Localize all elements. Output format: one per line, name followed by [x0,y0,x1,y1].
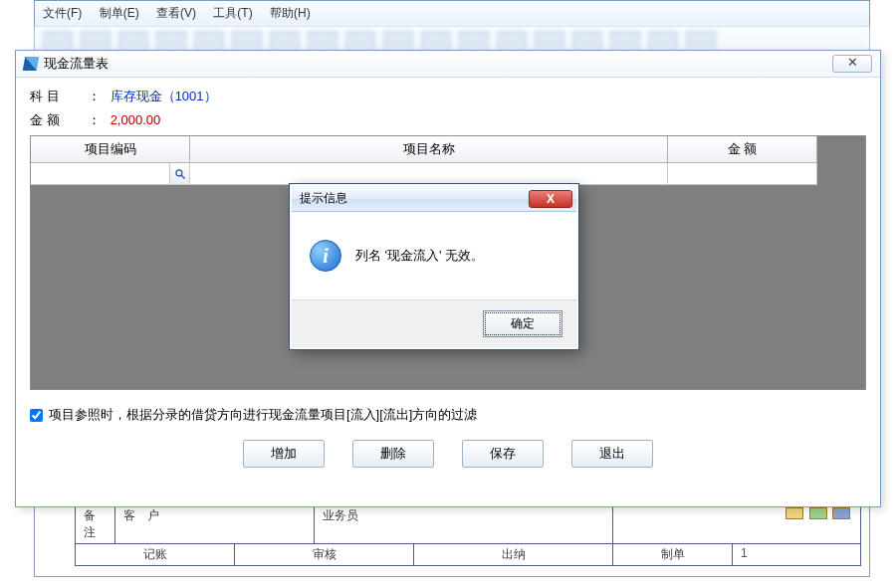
maker-value: 1 [733,544,860,565]
svg-line-1 [181,175,184,178]
amount-label: 金额 [30,111,82,129]
grid-header-row: 项目编码 项目名称 金 额 [31,136,817,163]
app-icon [23,57,39,71]
footer-icons [613,505,860,543]
menu-help[interactable]: 帮助(H) [270,6,311,20]
label-audit: 审核 [235,544,414,565]
filter-checkbox[interactable] [30,409,43,422]
dialog-close-button[interactable]: X [529,190,572,208]
cell-code[interactable] [31,163,190,185]
info-dialog: 提示信息 X i 列名 '现金流入' 无效。 确定 [289,183,579,350]
dialog-title: 提示信息 [300,190,529,207]
label-customer: 客 户 [115,505,315,543]
filter-checkbox-row: 项目参照时，根据分录的借贷方向进行现金流量项目[流入][流出]方向的过滤 [30,406,866,424]
grid-data-row[interactable] [31,163,817,185]
exit-button[interactable]: 退出 [571,440,653,468]
label-cashier: 出纳 [414,544,613,565]
cash-flow-button-row: 增加 删除 保存 退出 [30,440,866,468]
cash-flow-title: 现金流量表 [44,55,832,73]
save-button[interactable]: 保存 [462,440,544,468]
subject-row: 科目： 库存现金（1001） [30,88,866,105]
menu-make[interactable]: 制单(E) [100,6,139,20]
col-header-name[interactable]: 项目名称 [190,136,668,163]
cash-flow-titlebar: 现金流量表 ✕ [16,51,880,78]
menu-tools[interactable]: 工具(T) [213,6,252,20]
filter-checkbox-label: 项目参照时，根据分录的借贷方向进行现金流量项目[流入][流出]方向的过滤 [49,406,477,424]
menu-file[interactable]: 文件(F) [43,6,82,20]
del-button[interactable]: 删除 [352,440,434,468]
info-icon: i [310,240,341,272]
label-remark: 备注 [76,505,115,543]
amount-row: 金额： 2,000.00 [30,111,866,129]
lookup-button[interactable] [169,163,189,184]
add-button[interactable]: 增加 [243,440,325,468]
svg-point-0 [175,169,181,175]
search-icon [174,168,186,180]
subject-label: 科目 [30,88,82,105]
menu-view[interactable]: 查看(V) [156,6,196,20]
footer-icon-1[interactable] [785,507,803,519]
col-header-money[interactable]: 金 额 [668,136,817,163]
dialog-footer: 确定 [292,299,576,347]
dialog-titlebar: 提示信息 X [292,186,576,212]
dialog-message: 列名 '现金流入' 无效。 [355,247,484,265]
cell-name[interactable] [190,163,668,185]
footer-icon-3[interactable] [832,507,850,519]
col-header-code[interactable]: 项目编码 [31,136,190,163]
voucher-footer-grid: 备注 客 户 业务员 记账 审核 出纳 制单 1 [75,504,861,566]
label-maker: 制单 [613,544,733,565]
amount-value: 2,000.00 [111,112,161,127]
label-operator: 业务员 [315,505,613,543]
close-button[interactable]: ✕ [832,55,872,73]
dialog-body: i 列名 '现金流入' 无效。 [292,212,576,299]
ok-button[interactable]: 确定 [483,310,562,337]
cell-money[interactable] [668,163,817,185]
label-book: 记账 [76,544,235,565]
footer-icon-2[interactable] [809,507,827,519]
menubar: 文件(F) 制单(E) 查看(V) 工具(T) 帮助(H) [35,1,869,27]
subject-link[interactable]: 库存现金（1001） [111,89,217,103]
